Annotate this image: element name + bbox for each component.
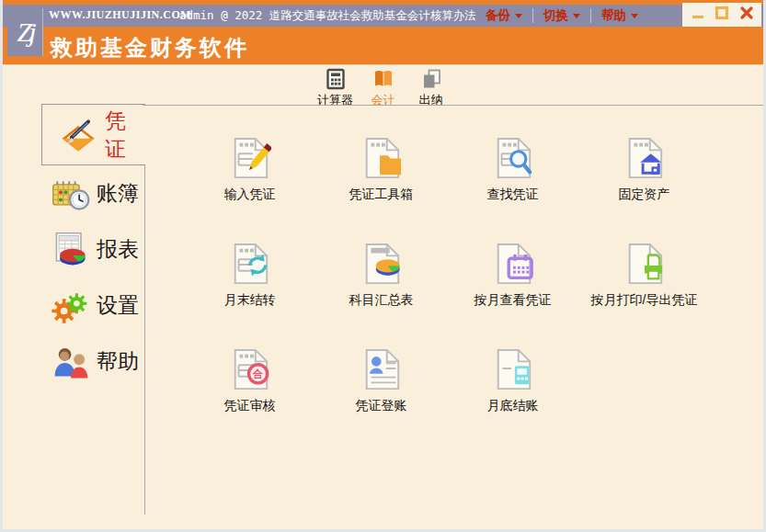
doc-calendar-icon [492, 242, 534, 286]
grid-item-label: 输入凭证 [224, 187, 276, 203]
grid-item-account-summary-table[interactable]: 科目汇总表 [315, 234, 447, 340]
doc-printer-icon [623, 242, 666, 286]
chevron-down-icon [631, 14, 638, 22]
sidebar-item-label: 账簿 [97, 179, 139, 208]
doc-pencil-icon [229, 136, 271, 180]
grid-item-input-voucher[interactable]: 输入凭证 [184, 129, 315, 234]
menu-switch[interactable]: 切换 [532, 8, 590, 23]
maximize-button[interactable] [713, 6, 731, 24]
minimize-icon [691, 6, 705, 24]
doc-pie-icon [360, 242, 403, 286]
doc-refresh-icon [229, 242, 271, 286]
grid-item-print-export-vouchers-by-month[interactable]: 按月打印/导出凭证 [578, 234, 710, 340]
grid-item-label: 月末结转 [224, 292, 276, 309]
sidebar-item-reports[interactable]: 报表 [41, 221, 145, 277]
close-icon [739, 6, 754, 24]
menu-label: 帮助 [601, 7, 626, 24]
cashier-docs-icon [420, 68, 442, 90]
toolbar: 计算器会计出纳 [3, 68, 763, 108]
grid-item-voucher-posting[interactable]: 凭证登账 [315, 340, 447, 446]
grid-item-month-end-carryover[interactable]: 月末结转 [184, 234, 315, 340]
grid-item-label: 查找凭证 [487, 187, 539, 203]
grid-item-voucher-toolbox[interactable]: 凭证工具箱 [315, 129, 447, 234]
maximize-icon [715, 6, 729, 24]
menu-label: 切换 [543, 7, 568, 24]
toolbar-item-label: 出纳 [419, 92, 443, 108]
grid-item-label: 按月查看凭证 [474, 292, 552, 309]
toolbar-separator [143, 105, 763, 106]
help-people-icon [51, 342, 91, 382]
toolbar-item-label: 计算器 [317, 92, 353, 108]
menu-bar: 备份切换帮助 [475, 5, 648, 27]
doc-person-icon [360, 347, 403, 391]
grid-item-find-voucher[interactable]: 查找凭证 [447, 129, 578, 234]
menu-label: 备份 [486, 7, 510, 24]
sidebar-item-settings[interactable]: 设置 [41, 277, 145, 334]
grid-item-label: 月底结账 [487, 398, 539, 414]
window-controls [682, 3, 761, 27]
close-button[interactable] [737, 6, 756, 24]
grid-item-label: 凭证工具箱 [349, 187, 414, 203]
sidebar-separator [144, 165, 145, 515]
website-text: WWW.JIUZHUJIJIN.COM [49, 8, 191, 22]
grid-item-view-vouchers-by-month[interactable]: 按月查看凭证 [447, 234, 578, 340]
doc-calculator-icon [492, 347, 534, 391]
minimize-button[interactable] [689, 6, 707, 24]
menu-backup[interactable]: 备份 [475, 8, 532, 23]
session-info: admin @ 2022 道路交通事故社会救助基金会计核算办法 [179, 8, 476, 24]
doc-folder-icon [360, 136, 403, 180]
grid-item-label: 按月打印/导出凭证 [591, 292, 698, 309]
chevron-down-icon [515, 14, 522, 22]
toolbar-item-calculator[interactable]: 计算器 [317, 68, 354, 108]
sidebar-item-label: 帮助 [97, 347, 139, 376]
accounting-book-icon [372, 68, 394, 90]
grid-item-voucher-review[interactable]: 合凭证审核 [184, 340, 315, 446]
sidebar: 凭证账簿报表设置帮助 [41, 104, 145, 390]
app-window: WWW.JIUZHUJIJIN.COM admin @ 2022 道路交通事故社… [0, 0, 766, 532]
grid-item-label: 凭证审核 [224, 398, 276, 414]
titlebar: WWW.JIUZHUJIJIN.COM admin @ 2022 道路交通事故社… [3, 5, 763, 27]
app-logo: Zj [7, 8, 43, 56]
grid-item-label: 科目汇总表 [349, 292, 414, 309]
sidebar-item-account-books[interactable]: 账簿 [41, 165, 145, 221]
svg-text:合: 合 [251, 368, 263, 379]
grid-item-label: 凭证登账 [356, 398, 407, 414]
calculator-icon [325, 68, 347, 90]
doc-search-icon [492, 136, 534, 180]
sidebar-item-label: 凭证 [105, 107, 145, 164]
sidebar-item-voucher[interactable]: 凭证 [41, 104, 145, 165]
main-grid: 输入凭证凭证工具箱查找凭证固定资产月末结转科目汇总表按月查看凭证按月打印/导出凭… [184, 129, 710, 446]
doc-house-icon [623, 136, 666, 180]
menu-help[interactable]: 帮助 [590, 8, 648, 23]
sidebar-item-label: 设置 [97, 291, 139, 320]
sidebar-item-help[interactable]: 帮助 [41, 334, 145, 390]
grid-item-fixed-assets[interactable]: 固定资产 [578, 129, 710, 234]
grid-item-month-end-closing[interactable]: 月底结账 [447, 340, 578, 446]
doc-stamp-icon: 合 [229, 347, 271, 391]
sidebar-item-label: 报表 [97, 235, 139, 264]
toolbar-item-accounting[interactable]: 会计 [365, 68, 402, 108]
ledger-calendar-clock-icon [51, 174, 91, 214]
toolbar-item-label: 会计 [372, 92, 395, 108]
page-title: 救助基金财务软件 [51, 33, 249, 62]
chevron-down-icon [573, 14, 580, 22]
voucher-folder-icon [59, 115, 99, 155]
app-header: 救助基金财务软件 [3, 27, 763, 65]
settings-gears-icon [51, 286, 91, 326]
grid-item-label: 固定资产 [619, 187, 670, 203]
toolbar-item-cashier[interactable]: 出纳 [413, 68, 450, 108]
report-pie-icon [51, 230, 91, 270]
